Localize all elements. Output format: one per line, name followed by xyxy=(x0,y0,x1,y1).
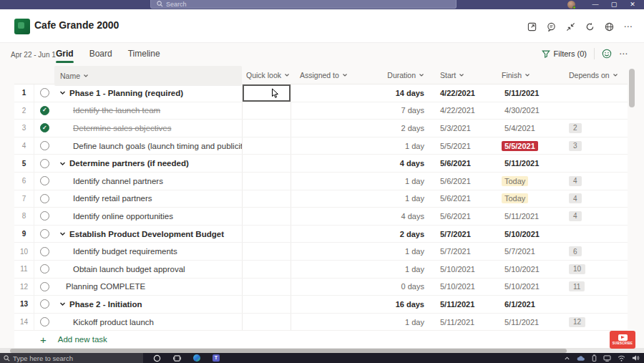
depends-cell[interactable]: 12 xyxy=(560,314,628,331)
table-row[interactable]: 9 Establish Product Development Budget 2… xyxy=(14,226,628,243)
duration-cell[interactable]: 1 day xyxy=(373,243,430,260)
assigned-to-cell[interactable] xyxy=(291,173,373,190)
task-complete-toggle[interactable] xyxy=(34,226,54,243)
table-row[interactable]: 7 Identify retail partners 1 day 5/6/202… xyxy=(14,190,628,208)
task-complete-toggle[interactable] xyxy=(34,208,54,225)
duration-cell[interactable]: 4 days xyxy=(373,155,430,172)
start-cell[interactable]: 5/11/2021 xyxy=(430,314,496,331)
assigned-to-cell[interactable] xyxy=(291,226,373,243)
duration-cell[interactable]: 1 day xyxy=(373,173,430,190)
add-new-task-button[interactable]: + Add new task xyxy=(14,331,628,348)
refresh-icon[interactable] xyxy=(584,21,595,32)
table-row[interactable]: 10 Identify budget requirements 1 day 5/… xyxy=(14,243,628,261)
task-status-icon[interactable] xyxy=(40,247,49,256)
vertical-scrollbar-thumb[interactable] xyxy=(629,69,635,107)
column-header-duration[interactable]: Duration xyxy=(373,65,430,85)
volume-icon[interactable] xyxy=(632,354,640,362)
assigned-to-cell[interactable] xyxy=(291,279,373,296)
subscribe-badge[interactable]: SUBSCRIBE xyxy=(610,331,635,349)
assigned-to-cell[interactable] xyxy=(291,155,373,172)
assigned-to-cell[interactable] xyxy=(291,314,373,331)
more-icon[interactable]: ⋯ xyxy=(623,21,634,32)
task-complete-toggle[interactable] xyxy=(34,84,54,102)
column-header-quick-look[interactable]: Quick look xyxy=(242,65,291,85)
task-complete-toggle[interactable] xyxy=(34,155,54,172)
close-button[interactable]: ✕ xyxy=(625,0,640,9)
column-header-start[interactable]: Start xyxy=(430,65,496,85)
task-name-cell[interactable]: Establish Product Development Budget xyxy=(54,226,242,243)
duration-cell[interactable]: 0 days xyxy=(373,279,430,296)
column-header-depends-on[interactable]: Depends on xyxy=(560,65,628,85)
depends-cell[interactable]: 4 xyxy=(560,190,628,208)
finish-cell[interactable]: 5/4/2021 xyxy=(496,120,560,137)
popout-icon[interactable] xyxy=(526,21,537,32)
depends-cell[interactable] xyxy=(560,296,628,313)
start-cell[interactable]: 4/22/2021 xyxy=(430,102,496,120)
assigned-to-cell[interactable] xyxy=(291,120,373,137)
task-status-icon[interactable] xyxy=(40,141,49,150)
depends-cell[interactable]: 6 xyxy=(560,243,628,260)
start-cell[interactable]: 5/6/2021 xyxy=(430,173,496,190)
depends-cell[interactable]: 4 xyxy=(560,173,628,190)
table-row[interactable]: 8 Identify online opportunities 4 days 5… xyxy=(14,208,628,226)
start-cell[interactable]: 5/5/2021 xyxy=(430,137,496,155)
chat-icon[interactable] xyxy=(545,21,557,32)
finish-cell[interactable]: 4/30/2021 xyxy=(496,102,560,120)
toolbar-more-icon[interactable]: ⋯ xyxy=(619,49,628,59)
duration-cell[interactable]: 16 days xyxy=(373,296,430,313)
duration-cell[interactable]: 2 days xyxy=(373,120,430,137)
quick-look-cell[interactable] xyxy=(242,261,291,278)
assigned-to-cell[interactable] xyxy=(291,296,373,313)
horizontal-scrollbar[interactable] xyxy=(0,348,644,353)
chevron-down-icon[interactable] xyxy=(59,231,66,237)
task-status-icon[interactable] xyxy=(40,123,49,132)
assigned-to-cell[interactable] xyxy=(291,84,373,102)
task-name-cell[interactable]: Identify the launch team xyxy=(54,102,242,120)
table-row[interactable]: 12 Planning COMPLETE 0 days 5/10/2021 5/… xyxy=(14,279,628,296)
battery-icon[interactable] xyxy=(592,354,597,362)
horizontal-scrollbar-thumb[interactable] xyxy=(10,349,567,353)
start-cell[interactable]: 5/10/2021 xyxy=(430,279,496,296)
chevron-down-icon[interactable] xyxy=(59,89,66,96)
column-header-assigned-to[interactable]: Assigned to xyxy=(291,65,373,85)
task-status-icon[interactable] xyxy=(40,317,49,326)
finish-cell[interactable]: Today xyxy=(496,190,560,208)
task-status-icon[interactable] xyxy=(40,194,49,203)
start-cell[interactable]: 5/10/2021 xyxy=(430,261,496,278)
finish-cell[interactable]: 5/11/2021 xyxy=(496,84,560,102)
task-status-icon[interactable] xyxy=(40,106,49,115)
wifi-icon[interactable] xyxy=(618,355,625,362)
duration-cell[interactable]: 4 days xyxy=(373,208,430,225)
finish-cell[interactable]: Today xyxy=(496,173,560,190)
task-status-icon[interactable] xyxy=(40,176,49,185)
duration-cell[interactable]: 1 day xyxy=(373,190,430,208)
duration-cell[interactable]: 7 days xyxy=(373,102,430,120)
quick-look-cell[interactable] xyxy=(242,279,291,296)
start-cell[interactable]: 5/6/2021 xyxy=(430,190,496,208)
depends-cell[interactable] xyxy=(560,84,628,102)
task-name-cell[interactable]: Phase 2 - Initiation xyxy=(54,296,242,313)
task-name-cell[interactable]: Planning COMPLETE xyxy=(54,279,242,296)
assigned-to-cell[interactable] xyxy=(291,190,373,208)
start-cell[interactable]: 5/6/2021 xyxy=(430,208,496,225)
finish-cell[interactable]: 5/5/2021 xyxy=(496,137,560,155)
assigned-to-cell[interactable] xyxy=(291,102,373,120)
quick-look-cell[interactable] xyxy=(242,226,291,243)
task-status-icon[interactable] xyxy=(40,282,49,291)
task-name-cell[interactable]: Determine partners (if needed) xyxy=(54,155,242,172)
duration-cell[interactable]: 1 day xyxy=(373,137,430,155)
start-cell[interactable]: 5/7/2021 xyxy=(430,226,496,243)
vertical-scrollbar[interactable] xyxy=(629,66,635,347)
duration-cell[interactable]: 2 days xyxy=(373,226,430,243)
task-name-cell[interactable]: Identify budget requirements xyxy=(54,243,242,260)
taskbar-search-input[interactable] xyxy=(13,354,143,362)
finish-cell[interactable]: 5/11/2021 xyxy=(496,208,560,225)
task-view-icon[interactable] xyxy=(173,354,181,362)
start-cell[interactable]: 5/6/2021 xyxy=(430,155,496,172)
quick-look-cell[interactable] xyxy=(242,173,291,190)
tab-grid[interactable]: Grid xyxy=(56,43,74,64)
finish-cell[interactable]: 5/7/2021 xyxy=(496,243,560,260)
table-row[interactable]: 11 Obtain launch budget approval 1 day 5… xyxy=(14,261,628,279)
assigned-to-cell[interactable] xyxy=(291,208,373,225)
table-row[interactable]: 6 Identify channel partners 1 day 5/6/20… xyxy=(14,173,628,190)
